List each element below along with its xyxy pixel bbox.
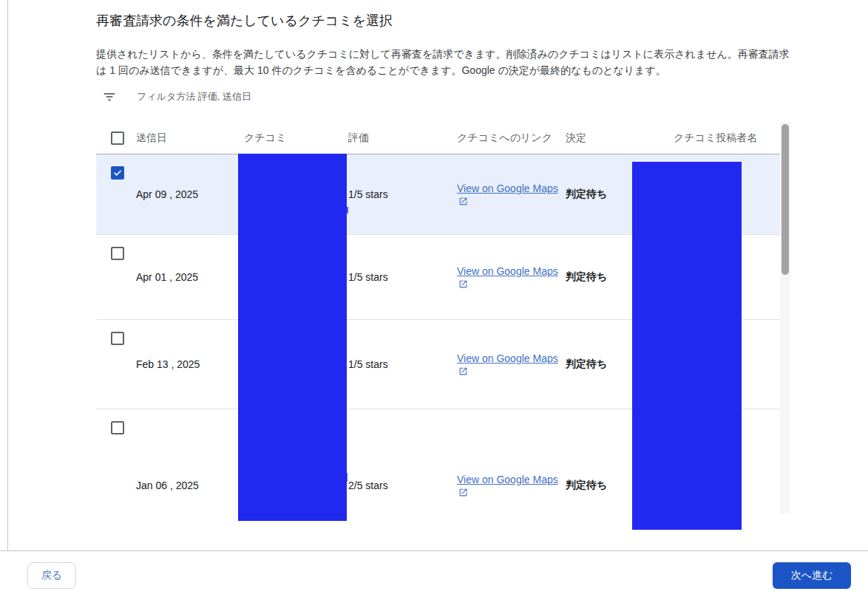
review-date: Apr 09 , 2025 (136, 188, 198, 200)
column-header: クチコミ投稿者名 (674, 132, 780, 145)
back-button[interactable]: 戻る (27, 562, 76, 589)
redaction-fragment (341, 473, 347, 482)
row-checkbox[interactable] (111, 166, 124, 180)
row-checkbox[interactable] (111, 332, 124, 345)
review-rating: 1/5 stars (348, 358, 388, 370)
footer-bar: 戻る 次へ進む (0, 550, 868, 597)
page-title: 再審査請求の条件を満たしているクチコミを選択 (96, 12, 393, 30)
maps-link[interactable]: View on Google Maps (457, 474, 558, 485)
column-header: 決定 (566, 132, 674, 145)
external-link-icon[interactable] (458, 197, 468, 206)
row-checkbox-cell (96, 409, 136, 514)
row-checkbox-cell (96, 235, 136, 319)
column-header: クチコミへのリンク (457, 132, 566, 145)
table-header: 送信日クチコミ評価クチコミへのリンク決定クチコミ投稿者名 (96, 122, 780, 154)
row-checkbox[interactable] (111, 421, 124, 434)
filter-row[interactable]: フィルタ方法 評価, 送信日 (102, 88, 251, 106)
column-header: 送信日 (136, 132, 244, 145)
row-checkbox-cell (96, 154, 136, 234)
row-checkbox-cell (96, 320, 136, 409)
redaction-overlay-review-column (238, 154, 347, 521)
external-link-icon[interactable] (458, 488, 468, 497)
maps-link[interactable]: View on Google Maps (457, 182, 558, 194)
review-rating: 2/5 stars (348, 480, 388, 491)
column-header: クチコミ (244, 132, 348, 145)
review-date: Apr 01 , 2025 (136, 271, 198, 283)
redaction-overlay-author-column (632, 162, 742, 530)
select-all-checkbox[interactable] (111, 132, 124, 145)
filter-label: フィルタ方法 評価, 送信日 (137, 90, 251, 103)
maps-link[interactable]: View on Google Maps (457, 352, 558, 364)
review-rating: 1/5 stars (348, 188, 388, 200)
external-link-icon[interactable] (458, 366, 468, 376)
review-date: Feb 13 , 2025 (136, 358, 200, 370)
review-rating: 1/5 stars (348, 271, 388, 283)
next-button[interactable]: 次へ進む (773, 562, 851, 589)
review-date: Jan 06 , 2025 (136, 480, 199, 491)
dialog-left-border (7, 0, 8, 597)
redaction-fragment (342, 207, 348, 214)
decision-status: 判定待ち (566, 358, 607, 371)
page-description: 提供されたリストから、条件を満たしているクチコミに対して再審査を請求できます。削… (96, 46, 790, 78)
scrollbar-thumb[interactable] (781, 124, 789, 275)
external-link-icon[interactable] (458, 279, 468, 289)
select-all-cell (96, 132, 136, 145)
maps-link[interactable]: View on Google Maps (457, 265, 558, 277)
decision-status: 判定待ち (566, 188, 607, 201)
filter-list-icon (102, 89, 117, 104)
column-header: 評価 (348, 132, 457, 145)
row-checkbox[interactable] (111, 247, 124, 260)
decision-status: 判定待ち (566, 270, 607, 284)
decision-status: 判定待ち (566, 479, 607, 492)
